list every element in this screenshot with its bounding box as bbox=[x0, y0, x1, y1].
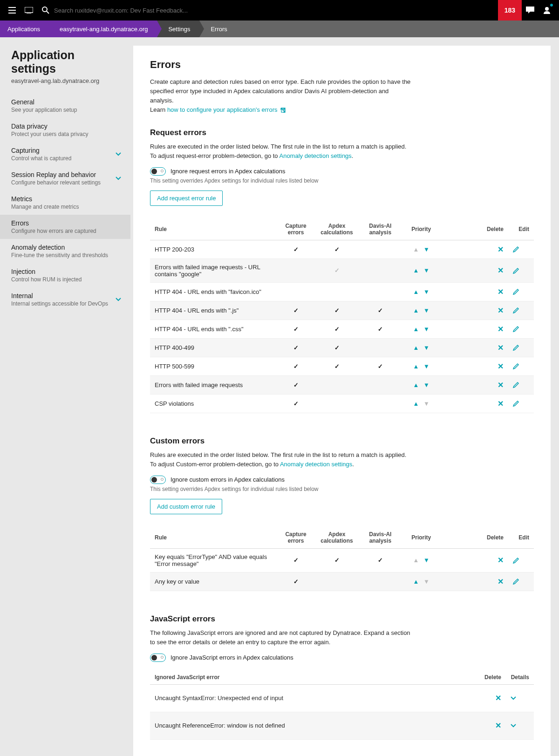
chevron-down-icon[interactable] bbox=[116, 152, 121, 156]
davis-cell: ✓ bbox=[360, 301, 401, 320]
priority-up-icon[interactable]: ▲ bbox=[412, 381, 421, 388]
table-row: Uncaught SyntaxError: Unexpected end of … bbox=[150, 684, 534, 712]
crumb-app[interactable]: easytravel-ang.lab.dynatrace.org bbox=[49, 20, 157, 37]
crumb-applications[interactable]: Applications bbox=[0, 20, 49, 37]
sidebar-item-general[interactable]: General See your application setup bbox=[0, 94, 130, 118]
sidebar-item-session-replay-and-behavior[interactable]: Session Replay and behavior Configure be… bbox=[0, 166, 130, 191]
edit-button[interactable] bbox=[513, 326, 529, 332]
chevron-down-icon[interactable] bbox=[511, 689, 529, 707]
chevron-down-icon[interactable] bbox=[511, 717, 529, 735]
priority-down-icon[interactable]: ▼ bbox=[422, 246, 431, 253]
delete-button[interactable]: ✕ bbox=[498, 306, 504, 314]
priority-down-icon[interactable]: ▼ bbox=[422, 381, 431, 388]
sidebar-item-injection[interactable]: Injection Control how RUM is injected bbox=[0, 263, 130, 287]
priority-up-icon[interactable]: ▲ bbox=[412, 400, 421, 407]
edit-button[interactable] bbox=[513, 344, 529, 351]
delete-button[interactable]: ✕ bbox=[498, 266, 504, 274]
edit-button[interactable] bbox=[513, 267, 529, 274]
delete-button[interactable]: ✕ bbox=[498, 362, 504, 370]
delete-button[interactable]: ✕ bbox=[498, 245, 504, 253]
priority-down-icon[interactable]: ▼ bbox=[422, 288, 431, 295]
edit-button[interactable] bbox=[513, 288, 529, 295]
th-js-delete: Delete bbox=[478, 670, 506, 685]
check-icon: ✓ bbox=[293, 246, 299, 253]
sidebar-item-capturing[interactable]: Capturing Control what is captured bbox=[0, 142, 130, 166]
menu-icon[interactable] bbox=[4, 0, 20, 20]
sidebar-item-label: General bbox=[11, 98, 119, 106]
check-icon: ✓ bbox=[293, 557, 299, 564]
capture-cell bbox=[278, 259, 314, 282]
delete-button[interactable]: ✕ bbox=[498, 578, 504, 586]
request-anomaly-link[interactable]: Anomaly detection settings bbox=[279, 152, 351, 159]
custom-anomaly-link[interactable]: Anomaly detection settings bbox=[280, 461, 352, 468]
sidebar-item-desc: Manage and create metrics bbox=[11, 204, 119, 210]
sidebar-item-data-privacy[interactable]: Data privacy Protect your users data pri… bbox=[0, 118, 130, 142]
priority-down-icon[interactable]: ▼ bbox=[422, 307, 431, 314]
priority-down-icon[interactable]: ▼ bbox=[422, 267, 431, 274]
svg-rect-3 bbox=[281, 109, 285, 112]
delete-button[interactable]: ✕ bbox=[495, 694, 501, 702]
user-icon[interactable] bbox=[539, 0, 555, 20]
custom-ignore-toggle[interactable] bbox=[150, 476, 166, 484]
delete-button[interactable]: ✕ bbox=[495, 722, 501, 729]
delete-button[interactable]: ✕ bbox=[498, 344, 504, 352]
delete-button[interactable]: ✕ bbox=[498, 556, 504, 564]
delete-button[interactable]: ✕ bbox=[498, 325, 504, 333]
add-custom-rule-button[interactable]: Add custom error rule bbox=[150, 499, 222, 514]
th-rule: Rule bbox=[150, 527, 278, 548]
search-input[interactable] bbox=[54, 7, 240, 14]
edit-cell bbox=[508, 338, 534, 357]
capture-cell: ✓ bbox=[278, 320, 314, 338]
notification-badge[interactable]: 183 bbox=[498, 0, 522, 20]
priority-down-icon: ▼ bbox=[422, 400, 431, 407]
priority-down-icon[interactable]: ▼ bbox=[422, 326, 431, 333]
priority-up-icon[interactable]: ▲ bbox=[412, 363, 421, 370]
sidebar-item-errors[interactable]: Errors Configure how errors are captured bbox=[0, 215, 130, 239]
chat-icon[interactable] bbox=[522, 0, 539, 20]
delete-button[interactable]: ✕ bbox=[498, 381, 504, 389]
learn-link[interactable]: how to configure your application's erro… bbox=[167, 106, 278, 113]
js-errors-title: JavaScript errors bbox=[150, 614, 534, 624]
apdex-cell bbox=[314, 282, 360, 301]
priority-cell: ▲ ▼ bbox=[401, 259, 442, 282]
priority-up-icon[interactable]: ▲ bbox=[412, 267, 421, 274]
davis-cell: ✓ bbox=[360, 548, 401, 572]
th-capture: Captureerrors bbox=[278, 219, 314, 240]
dashboard-icon[interactable] bbox=[20, 0, 37, 20]
sidebar-item-internal[interactable]: Internal Internal settings accessible fo… bbox=[0, 287, 130, 312]
edit-button[interactable] bbox=[513, 381, 529, 388]
priority-up-icon[interactable]: ▲ bbox=[412, 344, 421, 351]
details-cell bbox=[506, 712, 534, 739]
priority-up-icon[interactable]: ▲ bbox=[412, 326, 421, 333]
table-row: Key equals "ErrorType" AND value equals … bbox=[150, 548, 534, 572]
search-icon[interactable] bbox=[37, 0, 54, 20]
edit-cell bbox=[508, 301, 534, 320]
priority-down-icon[interactable]: ▼ bbox=[422, 363, 431, 370]
edit-button[interactable] bbox=[513, 246, 529, 252]
request-ignore-toggle[interactable] bbox=[150, 167, 166, 176]
chevron-down-icon[interactable] bbox=[116, 177, 121, 180]
edit-button[interactable] bbox=[513, 557, 529, 564]
priority-up-icon[interactable]: ▲ bbox=[412, 578, 421, 585]
add-request-rule-button[interactable]: Add request error rule bbox=[150, 191, 223, 206]
page-learn: Learn how to configure your application'… bbox=[150, 105, 411, 115]
edit-button[interactable] bbox=[513, 307, 529, 313]
delete-cell: ✕ bbox=[442, 301, 508, 320]
chevron-down-icon[interactable] bbox=[116, 298, 121, 301]
sidebar-item-anomaly-detection[interactable]: Anomaly detection Fine-tune the sensitiv… bbox=[0, 239, 130, 263]
custom-toggle-label: Ignore custom errors in Apdex calculatio… bbox=[170, 476, 285, 483]
js-ignore-toggle[interactable] bbox=[150, 654, 166, 662]
crumb-settings[interactable]: Settings bbox=[157, 20, 199, 37]
priority-down-icon[interactable]: ▼ bbox=[422, 344, 431, 351]
delete-button[interactable]: ✕ bbox=[498, 400, 504, 408]
sidebar-item-label: Anomaly detection bbox=[11, 244, 119, 251]
edit-button[interactable] bbox=[513, 578, 529, 585]
priority-up-icon[interactable]: ▲ bbox=[412, 307, 421, 314]
edit-button[interactable] bbox=[513, 400, 529, 407]
delete-button[interactable]: ✕ bbox=[498, 288, 504, 296]
edit-button[interactable] bbox=[513, 363, 529, 369]
priority-down-icon[interactable]: ▼ bbox=[422, 557, 431, 564]
capture-cell: ✓ bbox=[278, 301, 314, 320]
priority-up-icon[interactable]: ▲ bbox=[412, 288, 421, 295]
sidebar-item-metrics[interactable]: Metrics Manage and create metrics bbox=[0, 191, 130, 215]
